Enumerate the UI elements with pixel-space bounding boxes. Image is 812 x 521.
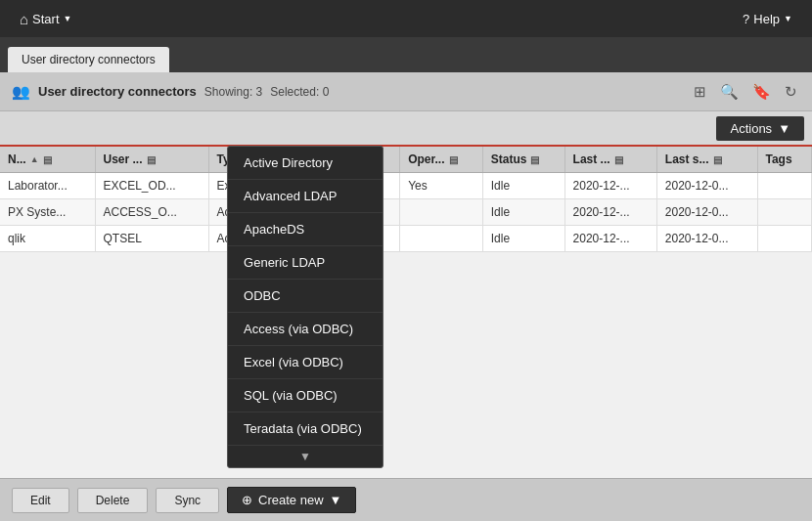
- create-new-dropdown: Active DirectoryAdvanced LDAPApacheDSGen…: [227, 146, 383, 468]
- cell-last_sync: 2020-12-...: [564, 199, 656, 226]
- filter-last-success-icon[interactable]: ▤: [713, 154, 722, 165]
- nav-right: ? Help ▼: [735, 8, 800, 30]
- col-status: Status ▤: [482, 147, 564, 173]
- cell-name: qlik: [0, 226, 95, 252]
- cell-username: ACCESS_O...: [95, 199, 208, 226]
- actions-bar: Actions ▼: [0, 111, 812, 147]
- dropdown-item-0[interactable]: Active Directory: [228, 147, 383, 180]
- content-title: User directory connectors: [38, 84, 197, 99]
- search-button[interactable]: 🔍: [717, 80, 742, 104]
- actions-button[interactable]: Actions ▼: [716, 116, 804, 141]
- cell-name: Laborator...: [0, 173, 95, 199]
- edit-label: Edit: [30, 494, 51, 507]
- help-button[interactable]: ? Help ▼: [735, 8, 800, 30]
- filter-last-sync-icon[interactable]: ▤: [614, 154, 623, 165]
- col-username: User ... ▤: [95, 147, 208, 173]
- dropdown-item-6[interactable]: Excel (via ODBC): [228, 346, 383, 379]
- main-content: 👥 User directory connectors Showing: 3 S…: [0, 72, 812, 521]
- col-tags: Tags: [757, 147, 812, 173]
- start-chevron-icon: ▼: [64, 14, 72, 23]
- table-row[interactable]: Laborator...EXCEL_OD...Excel (via ...Yes…: [0, 173, 812, 199]
- create-new-chevron-icon: ▼: [330, 493, 342, 507]
- content-header: 👥 User directory connectors Showing: 3 S…: [0, 72, 812, 111]
- sync-label: Sync: [174, 494, 201, 507]
- bookmark-button[interactable]: 🔖: [749, 80, 774, 104]
- dropdown-scroll-arrow-icon: ▼: [228, 446, 383, 467]
- edit-button[interactable]: Edit: [12, 488, 69, 513]
- col-operational: Oper... ▤: [400, 147, 483, 173]
- help-chevron-icon: ▼: [784, 14, 792, 23]
- cell-username: EXCEL_OD...: [95, 173, 208, 199]
- refresh-button[interactable]: ↻: [782, 80, 800, 104]
- create-new-button[interactable]: ⊕ Create new ▼: [227, 487, 356, 513]
- create-new-label: Create new: [258, 493, 323, 507]
- delete-button[interactable]: Delete: [77, 488, 149, 513]
- cell-tags: [757, 226, 812, 252]
- cell-last_success: 2020-12-0...: [656, 199, 757, 226]
- bottom-toolbar: Edit Delete Sync Active DirectoryAdvance…: [0, 478, 812, 521]
- filter-username-icon[interactable]: ▤: [147, 154, 156, 165]
- cell-name: PX Syste...: [0, 199, 95, 226]
- dropdown-item-3[interactable]: Generic LDAP: [228, 246, 383, 280]
- cell-status: Idle: [482, 226, 564, 252]
- filter-name-icon[interactable]: ▤: [43, 154, 52, 165]
- dropdown-item-4[interactable]: ODBC: [228, 280, 383, 313]
- cell-operational: [400, 199, 483, 226]
- filter-operational-icon[interactable]: ▤: [449, 154, 458, 165]
- dropdown-item-7[interactable]: SQL (via ODBC): [228, 379, 383, 412]
- cell-status: Idle: [482, 173, 564, 199]
- start-button[interactable]: ⌂ Start ▼: [12, 7, 79, 31]
- users-icon: 👥: [12, 83, 30, 101]
- table-row[interactable]: PX Syste...ACCESS_O...Access (vi...YesId…: [0, 199, 812, 226]
- dropdown-item-8[interactable]: Teradata (via ODBC): [228, 412, 383, 446]
- tab-label: User directory connectors: [22, 53, 156, 66]
- dropdown-item-1[interactable]: Advanced LDAP: [228, 180, 383, 213]
- cell-operational: Yes: [400, 173, 483, 199]
- table-header-row: N... ▲ ▤ User ... ▤ Type: [0, 147, 812, 173]
- dropdown-item-5[interactable]: Access (via ODBC): [228, 313, 383, 346]
- tab-bar: User directory connectors: [0, 37, 812, 72]
- help-label: Help: [753, 12, 780, 26]
- table-container: N... ▲ ▤ User ... ▤ Type: [0, 147, 812, 478]
- cell-last_sync: 2020-12-...: [564, 226, 656, 252]
- home-icon: ⌂: [20, 11, 28, 27]
- col-last-success: Last s... ▤: [656, 147, 757, 173]
- create-new-container: Active DirectoryAdvanced LDAPApacheDSGen…: [227, 487, 356, 513]
- cell-last_success: 2020-12-0...: [656, 226, 757, 252]
- cell-last_sync: 2020-12-...: [564, 173, 656, 199]
- cell-operational: [400, 226, 483, 252]
- cell-status: Idle: [482, 199, 564, 226]
- filter-status-icon[interactable]: ▤: [530, 154, 539, 165]
- col-name: N... ▲ ▤: [0, 147, 95, 173]
- actions-chevron-icon: ▼: [778, 121, 790, 136]
- dropdown-item-2[interactable]: ApacheDS: [228, 213, 383, 246]
- top-nav: ⌂ Start ▼ ? Help ▼: [0, 0, 812, 37]
- table-row[interactable]: qlikQTSELActive Dire...YesIdle2020-12-..…: [0, 226, 812, 252]
- connectors-table: N... ▲ ▤ User ... ▤ Type: [0, 147, 812, 252]
- showing-label: Showing: 3: [204, 85, 262, 99]
- cell-username: QTSEL: [95, 226, 208, 252]
- sync-button[interactable]: Sync: [156, 488, 219, 513]
- grid-view-button[interactable]: ⊞: [691, 80, 709, 104]
- plus-icon: ⊕: [242, 493, 252, 507]
- start-label: Start: [32, 12, 59, 26]
- nav-left: ⌂ Start ▼: [12, 7, 79, 31]
- cell-last_success: 2020-12-0...: [656, 173, 757, 199]
- cell-tags: [757, 199, 812, 226]
- selected-label: Selected: 0: [270, 85, 329, 99]
- help-icon: ?: [743, 12, 749, 26]
- header-tools: ⊞ 🔍 🔖 ↻: [691, 80, 800, 104]
- delete-label: Delete: [96, 494, 130, 507]
- actions-label: Actions: [730, 121, 772, 136]
- sort-asc-icon: ▲: [30, 154, 39, 164]
- col-last-sync: Last ... ▤: [564, 147, 656, 173]
- tab-user-directory[interactable]: User directory connectors: [8, 47, 169, 72]
- cell-tags: [757, 173, 812, 199]
